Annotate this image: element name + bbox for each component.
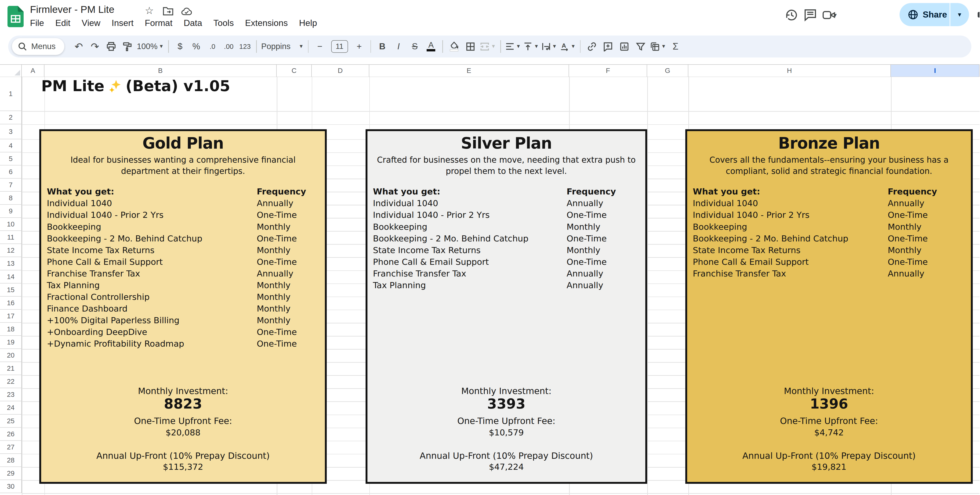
version-history-icon[interactable] <box>785 8 799 22</box>
row-header-30[interactable]: 30 <box>0 480 22 493</box>
column-header-H[interactable]: H <box>688 65 891 77</box>
text-rotation-button[interactable]: A▼ <box>558 38 577 54</box>
horizontal-align-button[interactable]: ▼ <box>504 38 522 54</box>
text-wrap-button[interactable]: ▼ <box>540 38 558 54</box>
insert-chart-button[interactable] <box>616 38 632 54</box>
menu-item-data[interactable]: Data <box>178 17 208 30</box>
column-header-F[interactable]: F <box>569 65 647 77</box>
search-menus-button[interactable]: Menus <box>12 38 64 55</box>
font-family-select[interactable]: Poppins▼ <box>260 38 305 54</box>
zoom-select[interactable]: 100%▼ <box>136 38 165 54</box>
row-header-18[interactable]: 18 <box>0 323 22 336</box>
row-header-22[interactable]: 22 <box>0 375 22 388</box>
text-color-button[interactable]: A <box>423 38 439 54</box>
plan-list-header: What you get:Frequency <box>47 187 322 199</box>
undo-button[interactable]: ↶ <box>71 38 87 54</box>
column-header-E[interactable]: E <box>369 65 569 77</box>
row-header-29[interactable]: 29 <box>0 467 22 480</box>
row-header-19[interactable]: 19 <box>0 336 22 349</box>
column-header-D[interactable]: D <box>312 65 369 77</box>
row-header-12[interactable]: 12 <box>0 244 22 257</box>
column-header-A[interactable]: A <box>22 65 44 77</box>
column-header-I[interactable]: I <box>891 65 980 77</box>
row-header-1[interactable]: 1 <box>0 77 22 111</box>
row-header-11[interactable]: 11 <box>0 231 22 244</box>
column-header-C[interactable]: C <box>277 65 312 77</box>
row-header-21[interactable]: 21 <box>0 362 22 375</box>
strikethrough-button[interactable]: S <box>407 38 423 54</box>
row-header-10[interactable]: 10 <box>0 218 22 231</box>
plan-title: Silver Plan <box>368 134 646 152</box>
column-header-G[interactable]: G <box>647 65 688 77</box>
merge-cells-button[interactable]: ▼ <box>479 38 497 54</box>
row-header-27[interactable]: 27 <box>0 441 22 454</box>
share-button[interactable]: Share <box>900 3 950 26</box>
create-filter-button[interactable] <box>632 38 649 54</box>
insert-link-button[interactable] <box>584 38 600 54</box>
row-header-5[interactable]: 5 <box>0 152 22 165</box>
row-header-26[interactable]: 26 <box>0 428 22 441</box>
row-header-4[interactable]: 4 <box>0 139 22 152</box>
row-header-14[interactable]: 14 <box>0 270 22 284</box>
insert-comment-button[interactable] <box>600 38 616 54</box>
menu-item-extensions[interactable]: Extensions <box>240 17 294 30</box>
redo-button[interactable]: ↷ <box>87 38 103 54</box>
print-button[interactable] <box>103 38 119 54</box>
borders-button[interactable] <box>462 38 478 54</box>
paint-format-button[interactable] <box>119 38 135 54</box>
font-size-input[interactable]: 11 <box>328 38 351 54</box>
plan-item: +Onboarding DeepDiveOne-Time <box>47 327 322 339</box>
decrease-font-size-button[interactable]: − <box>312 38 328 54</box>
share-dropdown-icon[interactable]: ▼ <box>950 11 969 18</box>
row-header-23[interactable]: 23 <box>0 388 22 401</box>
gold-plan-card[interactable]: Gold Plan Ideal for businesses wanting a… <box>39 129 327 484</box>
select-all-corner[interactable] <box>0 65 22 77</box>
search-icon <box>18 42 27 51</box>
row-header-7[interactable]: 7 <box>0 179 22 192</box>
increase-decimals-button[interactable]: .00 <box>221 38 237 54</box>
video-call-dropdown-icon[interactable]: ▼ <box>833 13 838 18</box>
column-header-strip: ABCDEFGHI <box>0 64 980 77</box>
silver-plan-card[interactable]: Silver Plan Crafted for businesses on th… <box>366 129 648 484</box>
increase-font-size-button[interactable]: + <box>351 38 367 54</box>
menu-item-edit[interactable]: Edit <box>49 17 76 30</box>
row-header-28[interactable]: 28 <box>0 454 22 467</box>
row-header-24[interactable]: 24 <box>0 401 22 414</box>
more-formats-button[interactable]: 123 <box>237 38 253 54</box>
format-percent-button[interactable]: % <box>188 38 204 54</box>
bronze-plan-card[interactable]: Bronze Plan Covers all the fundamentals-… <box>685 129 973 484</box>
row-header-16[interactable]: 16 <box>0 297 22 310</box>
menu-item-format[interactable]: Format <box>139 17 178 30</box>
decrease-decimals-button[interactable]: .0 <box>204 38 221 54</box>
format-currency-button[interactable]: $ <box>172 38 188 54</box>
menus-label: Menus <box>31 42 56 51</box>
bold-button[interactable]: B <box>374 38 390 54</box>
row-header-8[interactable]: 8 <box>0 192 22 205</box>
svg-text:A: A <box>562 42 566 49</box>
plan-item: Bookkeeping - 2 Mo. Behind CatchupOne-Ti… <box>373 234 643 245</box>
fill-color-button[interactable] <box>446 38 462 54</box>
row-header-3[interactable]: 3 <box>0 124 22 139</box>
row-header-20[interactable]: 20 <box>0 349 22 362</box>
row-header-15[interactable]: 15 <box>0 284 22 297</box>
functions-button[interactable]: Σ <box>667 38 683 54</box>
menu-item-tools[interactable]: Tools <box>208 17 239 30</box>
comments-icon[interactable] <box>803 8 817 22</box>
pivot-table-button[interactable]: ▼ <box>649 38 667 54</box>
row-header-25[interactable]: 25 <box>0 415 22 428</box>
column-header-B[interactable]: B <box>45 65 277 77</box>
row-header-6[interactable]: 6 <box>0 165 22 179</box>
row-header-13[interactable]: 13 <box>0 257 22 270</box>
italic-button[interactable]: I <box>390 38 407 54</box>
menu-item-insert[interactable]: Insert <box>106 17 139 30</box>
vertical-align-button[interactable]: ▼ <box>522 38 540 54</box>
menu-item-view[interactable]: View <box>76 17 106 30</box>
plan-items: Individual 1040AnnuallyIndividual 1040 -… <box>693 198 968 281</box>
annual-upfront-label: Annual Up-Front (10% Prepay Discount) <box>41 451 325 461</box>
row-header-2[interactable]: 2 <box>0 111 22 124</box>
row-header-9[interactable]: 9 <box>0 205 22 218</box>
menu-item-file[interactable]: File <box>24 17 49 30</box>
menu-item-help[interactable]: Help <box>294 17 323 30</box>
row-header-17[interactable]: 17 <box>0 310 22 323</box>
toolbar-divider <box>500 40 501 52</box>
